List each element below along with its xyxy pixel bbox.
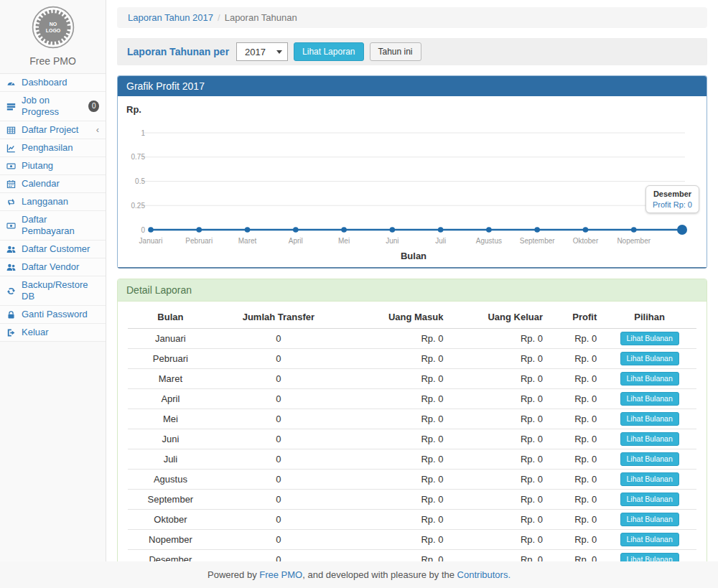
- detail-panel-body: Bulan Jumlah Transfer Uang Masuk Uang Ke…: [118, 302, 707, 588]
- chart-point-januari[interactable]: [148, 227, 154, 233]
- lihat-laporan-button[interactable]: Lihat Laporan: [294, 42, 363, 61]
- lihat-bulanan-button[interactable]: Lihat Bulanan: [620, 533, 679, 546]
- col-header-uang-keluar: Uang Keluar: [449, 306, 549, 329]
- svg-text:Nopember: Nopember: [617, 237, 651, 245]
- table-row: September0Rp. 0Rp. 0Rp. 0Lihat Bulanan: [128, 490, 696, 510]
- retweet-icon: [6, 197, 17, 207]
- lihat-bulanan-button[interactable]: Lihat Bulanan: [620, 412, 679, 426]
- lihat-bulanan-button[interactable]: Lihat Bulanan: [620, 372, 679, 386]
- lihat-bulanan-button[interactable]: Lihat Bulanan: [620, 352, 679, 365]
- footer-link-contributors[interactable]: Contributors.: [457, 569, 510, 580]
- cell-jumlah-transfer: 0: [213, 369, 344, 389]
- tahun-ini-button[interactable]: Tahun ini: [370, 42, 421, 61]
- cell-bulan: Nopember: [128, 530, 213, 550]
- refresh-icon: [6, 286, 17, 296]
- logo-box: NO LOGO Free PMO: [0, 0, 106, 74]
- cell-jumlah-transfer: 0: [213, 530, 344, 550]
- cell-uang-masuk: Rp. 0: [344, 490, 449, 510]
- sidebar-item-label: Calendar: [22, 178, 60, 190]
- cell-bulan: Mei: [128, 409, 213, 429]
- svg-text:Januari: Januari: [139, 237, 163, 245]
- lihat-bulanan-button[interactable]: Lihat Bulanan: [620, 332, 679, 345]
- sidebar-item-ganti-password[interactable]: Ganti Password: [0, 306, 106, 324]
- sidebar-item-backup-restore-db[interactable]: Backup/Restore DB: [0, 276, 106, 306]
- cell-uang-keluar: Rp. 0: [449, 470, 549, 490]
- sidebar-item-calendar[interactable]: Calendar: [0, 175, 106, 193]
- lihat-bulanan-button[interactable]: Lihat Bulanan: [620, 493, 679, 506]
- sidebar-item-daftar-customer[interactable]: Daftar Customer: [0, 241, 106, 258]
- sidebar-item-daftar-project[interactable]: Daftar Project‹: [0, 121, 106, 139]
- line-chart-icon: [6, 144, 17, 153]
- sidebar-item-job-on-progress[interactable]: Job on Progress0: [0, 92, 106, 121]
- cell-uang-masuk: Rp. 0: [344, 470, 449, 490]
- cell-uang-masuk: Rp. 0: [344, 349, 449, 369]
- table-row: Januari0Rp. 0Rp. 0Rp. 0Lihat Bulanan: [128, 329, 696, 349]
- chart-point-maret[interactable]: [245, 227, 251, 233]
- chart-point-pebruari[interactable]: [196, 227, 202, 233]
- chart-point-nopember[interactable]: [631, 227, 637, 233]
- table-row: Agustus0Rp. 0Rp. 0Rp. 0Lihat Bulanan: [128, 470, 696, 490]
- detail-report-panel: Detail Laporan Bulan Jumlah Transfer Uan…: [117, 279, 707, 588]
- sidebar-item-langganan[interactable]: Langganan: [0, 193, 106, 211]
- table-row: Maret0Rp. 0Rp. 0Rp. 0Lihat Bulanan: [128, 369, 696, 389]
- money-icon: [6, 162, 17, 171]
- sidebar-menu: DashboardJob on Progress0Daftar Project‹…: [0, 74, 106, 342]
- profit-chart-panel: Grafik Profit 2017 Rp.00.250.50.751Janua…: [117, 75, 707, 269]
- sidebar-item-dashboard[interactable]: Dashboard: [0, 74, 106, 92]
- chart-point-juni[interactable]: [390, 227, 396, 233]
- table-row: Pebruari0Rp. 0Rp. 0Rp. 0Lihat Bulanan: [128, 349, 696, 369]
- svg-text:0: 0: [141, 226, 145, 234]
- money-icon: [6, 221, 17, 230]
- svg-text:0.75: 0.75: [131, 153, 146, 161]
- year-select-value: 2017: [245, 47, 266, 57]
- cell-uang-keluar: Rp. 0: [449, 349, 549, 369]
- footer: Powered by Free PMO, and developed with …: [0, 561, 718, 588]
- chart-point-oktober[interactable]: [583, 227, 589, 233]
- cell-uang-keluar: Rp. 0: [449, 510, 549, 530]
- sidebar-item-penghasilan[interactable]: Penghasilan: [0, 139, 106, 157]
- chart-point-juli[interactable]: [438, 227, 444, 233]
- cell-uang-masuk: Rp. 0: [344, 389, 449, 409]
- table-row: Juli0Rp. 0Rp. 0Rp. 0Lihat Bulanan: [128, 449, 696, 470]
- svg-text:1: 1: [141, 129, 145, 137]
- lihat-bulanan-button[interactable]: Lihat Bulanan: [620, 452, 679, 466]
- year-select[interactable]: 2017: [236, 42, 288, 61]
- cell-bulan: September: [128, 490, 213, 510]
- lihat-bulanan-button[interactable]: Lihat Bulanan: [620, 472, 679, 486]
- logo-text-line1: NO: [49, 22, 57, 27]
- lihat-bulanan-button[interactable]: Lihat Bulanan: [620, 392, 679, 406]
- footer-text-middle: , and developed with pleasure by the: [302, 569, 457, 580]
- svg-text:Mei: Mei: [338, 237, 350, 245]
- sidebar-item-label: Ganti Password: [22, 309, 88, 320]
- svg-text:September: September: [520, 237, 556, 245]
- sidebar-item-daftar-pembayaran[interactable]: Daftar Pembayaran: [0, 211, 106, 241]
- lihat-bulanan-button[interactable]: Lihat Bulanan: [620, 513, 679, 526]
- breadcrumb: Laporan Tahun 2017/Laporan Tahunan: [117, 7, 707, 28]
- sidebar-item-piutang[interactable]: Piutang: [0, 157, 106, 175]
- chart-point-mei[interactable]: [341, 227, 347, 233]
- cell-profit: Rp. 0: [549, 369, 602, 389]
- sidebar-item-daftar-vendor[interactable]: Daftar Vendor: [0, 258, 106, 276]
- svg-text:Pebruari: Pebruari: [185, 237, 213, 245]
- lihat-bulanan-button[interactable]: Lihat Bulanan: [620, 432, 679, 446]
- svg-text:Juli: Juli: [435, 237, 446, 245]
- chart-point-desember[interactable]: [677, 225, 687, 235]
- sidebar-item-keluar[interactable]: Keluar: [0, 324, 106, 342]
- cell-jumlah-transfer: 0: [213, 449, 344, 470]
- page: NO LOGO Free PMO DashboardJob on Progres…: [0, 0, 718, 588]
- cell-uang-keluar: Rp. 0: [449, 409, 549, 429]
- sidebar-item-label: Daftar Pembayaran: [22, 214, 99, 237]
- svg-text:Agustus: Agustus: [476, 237, 502, 245]
- cell-pilihan: Lihat Bulanan: [602, 329, 696, 349]
- breadcrumb-link[interactable]: Laporan Tahun 2017: [128, 12, 213, 23]
- cell-bulan: Pebruari: [128, 349, 213, 369]
- chart-point-april[interactable]: [293, 227, 299, 233]
- chart-point-agustus[interactable]: [486, 227, 492, 233]
- footer-link-free-pmo[interactable]: Free PMO: [259, 569, 302, 580]
- svg-text:Juni: Juni: [386, 237, 398, 245]
- cell-jumlah-transfer: 0: [213, 329, 344, 349]
- cell-bulan: Juni: [128, 429, 213, 449]
- cell-profit: Rp. 0: [549, 349, 602, 369]
- sidebar-item-label: Daftar Project: [22, 124, 78, 136]
- chart-point-september[interactable]: [534, 227, 540, 233]
